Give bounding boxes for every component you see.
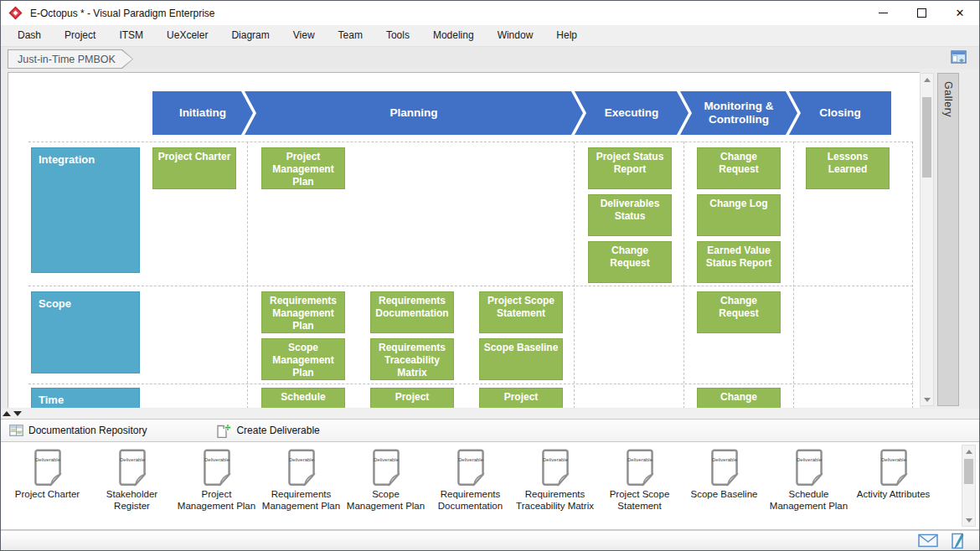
deliverable-item[interactable]: Deliverable Schedule Management Plan xyxy=(766,448,851,512)
scroll-down-icon[interactable] xyxy=(962,514,975,526)
deliverable-box-label: Project Scope Statement xyxy=(482,295,560,320)
deliverable-box-label: Scope Management Plan xyxy=(264,342,343,379)
grid-line xyxy=(912,142,913,408)
deliverable-item[interactable]: Deliverable Project Management Plan xyxy=(174,448,259,512)
deliverable-box-label: Earned Value Status Report xyxy=(699,245,778,270)
deliverable-box[interactable]: Change Request xyxy=(697,147,781,189)
close-button[interactable]: ✕ xyxy=(941,1,979,25)
deliverable-item[interactable]: Deliverable Project Scope Statement xyxy=(597,448,682,512)
panel-splitter[interactable] xyxy=(1,409,979,420)
menu-item[interactable]: Window xyxy=(486,25,545,46)
repository-vertical-scrollbar[interactable] xyxy=(962,445,976,527)
phase-arrow[interactable]: Planning xyxy=(245,91,583,135)
row-header[interactable]: Scope xyxy=(31,291,140,373)
menu-item[interactable]: Team xyxy=(327,25,374,46)
deliverable-box[interactable]: Project xyxy=(370,388,454,408)
phase-arrow[interactable]: Initiating xyxy=(152,91,253,135)
deliverable-box-label: Schedule xyxy=(281,391,325,404)
deliverable-item[interactable]: Deliverable Requirements Traceability Ma… xyxy=(513,448,597,512)
deliverable-box[interactable]: Lessons Learned xyxy=(806,147,890,189)
documentation-repository-label: Documentation Repository xyxy=(28,425,147,436)
row-header-label: Time xyxy=(39,394,64,406)
deliverable-box[interactable]: Scope Baseline xyxy=(479,338,563,380)
deliverable-item-label: Requirements Traceability Matrix xyxy=(513,489,597,512)
message-envelope-icon[interactable] xyxy=(918,533,938,548)
deliverable-document-icon: Deliverable xyxy=(116,448,148,487)
deliverable-item[interactable]: Deliverable Activity Attributes xyxy=(851,448,936,512)
deliverable-icon-label: Deliverable xyxy=(880,457,906,462)
gallery-side-tab[interactable]: Gallery xyxy=(937,73,959,406)
menu-item[interactable]: Help xyxy=(544,25,589,46)
scroll-up-icon[interactable] xyxy=(921,74,933,85)
row-header[interactable]: Integration xyxy=(31,147,140,273)
menu-item[interactable]: Diagram xyxy=(219,25,281,46)
deliverable-box[interactable]: Scope Management Plan xyxy=(261,338,345,380)
deliverable-icon-label: Deliverable xyxy=(119,457,145,462)
deliverable-box[interactable]: Project Charter xyxy=(152,147,236,189)
deliverable-box-label: Change xyxy=(720,391,757,404)
scrollbar-thumb[interactable] xyxy=(922,97,931,178)
documentation-repository-button[interactable]: Documentation Repository xyxy=(1,420,155,441)
deliverable-box[interactable]: Deliverables Status xyxy=(588,194,672,236)
deliverable-item[interactable]: Deliverable Scope Management Plan xyxy=(343,448,428,512)
menu-item[interactable]: UeXceler xyxy=(155,25,219,46)
deliverable-item[interactable]: Deliverable Requirements Management Plan xyxy=(259,448,343,512)
scroll-down-icon[interactable] xyxy=(921,394,933,405)
deliverable-icon-label: Deliverable xyxy=(204,457,230,462)
scrollbar-thumb[interactable] xyxy=(964,459,973,484)
deliverable-document-icon: Deliverable xyxy=(793,448,825,487)
menu-item[interactable]: Dash xyxy=(6,25,53,46)
deliverable-box-label: Scope Baseline xyxy=(484,342,559,354)
menu-item[interactable]: Tools xyxy=(374,25,421,46)
deliverable-box-label: Lessons Learned xyxy=(808,151,887,176)
collapse-up-icon xyxy=(3,411,11,416)
menu-item[interactable]: ITSM xyxy=(107,25,155,46)
deliverable-item-label: Requirements Management Plan xyxy=(259,489,343,512)
menu-item[interactable]: View xyxy=(281,25,327,46)
edit-document-icon[interactable] xyxy=(949,533,966,549)
deliverable-box[interactable]: Project xyxy=(479,388,563,408)
deliverable-document-icon: Deliverable xyxy=(286,448,317,487)
visual-paradigm-logo-icon xyxy=(8,6,23,20)
deliverable-box[interactable]: Requirements Traceability Matrix xyxy=(370,338,454,380)
deliverable-box[interactable]: Change Log xyxy=(697,194,781,236)
deliverable-box[interactable]: Project Management Plan xyxy=(261,147,345,189)
deliverable-box[interactable]: Project Scope Statement xyxy=(479,291,563,333)
phase-arrow[interactable]: Monitoring & Controlling xyxy=(680,91,797,135)
tab-label: Just-in-Time PMBOK xyxy=(8,50,132,68)
menu-item[interactable]: Modeling xyxy=(421,25,486,46)
collapse-down-button[interactable] xyxy=(12,409,23,419)
menu-item[interactable]: Project xyxy=(53,25,107,46)
scroll-up-icon[interactable] xyxy=(962,445,975,457)
deliverable-box[interactable]: Change Request xyxy=(588,241,672,283)
phase-arrow[interactable]: Closing xyxy=(789,91,891,135)
deliverable-item[interactable]: Deliverable Project Charter xyxy=(5,448,90,512)
deliverable-item-label: Project Charter xyxy=(15,489,80,501)
deliverable-list: Deliverable Project Charter Deliverable … xyxy=(5,448,936,512)
deliverable-box[interactable]: Requirements Documentation xyxy=(370,291,454,333)
deliverable-box[interactable]: Change xyxy=(697,388,781,408)
tab-just-in-time-pmbok[interactable]: Just-in-Time PMBOK xyxy=(8,49,133,69)
phase-label: Initiating xyxy=(179,106,226,120)
deliverable-box[interactable]: Change Request xyxy=(697,291,781,333)
maximize-button[interactable] xyxy=(902,1,941,25)
diagram-vertical-scrollbar[interactable] xyxy=(920,73,934,406)
row-header-label: Scope xyxy=(39,297,71,310)
deliverable-item[interactable]: Deliverable Stakeholder Register xyxy=(90,448,174,512)
deliverable-box[interactable]: Earned Value Status Report xyxy=(697,241,781,283)
deliverable-box[interactable]: Requirements Management Plan xyxy=(261,291,345,333)
repository-toolbar: Documentation Repository Create Delivera… xyxy=(1,420,979,442)
deliverable-box[interactable]: Project Status Report xyxy=(588,147,672,189)
deliverable-item[interactable]: Deliverable Requirements Documentation xyxy=(428,448,513,512)
row-header[interactable]: Time xyxy=(31,388,140,408)
deliverable-icon-label: Deliverable xyxy=(627,457,652,462)
deliverable-document-icon: Deliverable xyxy=(709,448,740,487)
deliverable-box[interactable]: Schedule xyxy=(261,388,345,408)
create-deliverable-button[interactable]: Create Deliverable xyxy=(207,420,328,441)
layout-panes-icon[interactable] xyxy=(951,50,967,64)
deliverable-item[interactable]: Deliverable Scope Baseline xyxy=(682,448,766,512)
phase-arrow[interactable]: Executing xyxy=(575,91,689,135)
diagram-canvas[interactable]: InitiatingPlanningExecutingMonitoring & … xyxy=(8,72,920,408)
minimize-button[interactable] xyxy=(864,1,902,25)
collapse-up-button[interactable] xyxy=(1,409,12,419)
